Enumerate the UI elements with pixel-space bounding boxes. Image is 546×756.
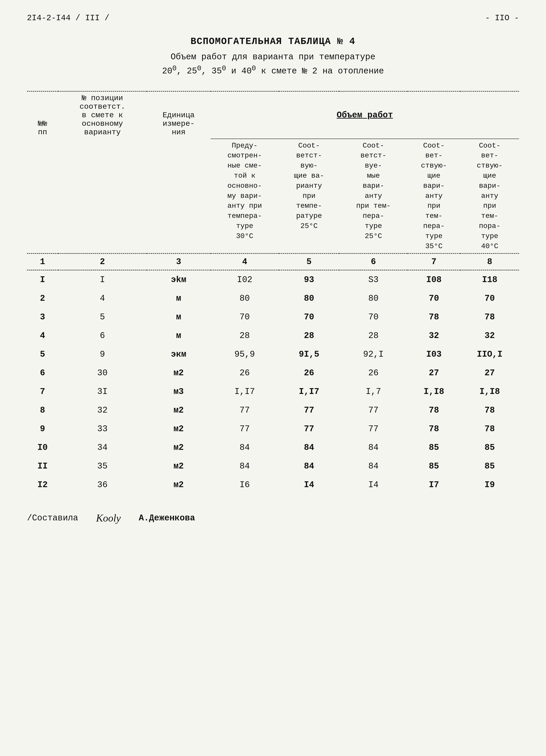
cell-r11-c7: 85 bbox=[407, 457, 460, 475]
cell-r12-c1: I2 bbox=[27, 475, 58, 494]
col3-header-top: Единицаизмере-ния bbox=[147, 91, 211, 139]
cell-r10-c1: I0 bbox=[27, 438, 58, 457]
header-row-1: №№пп № позициисоответст.в смете косновно… bbox=[27, 91, 519, 139]
cell-r8-c4: 77 bbox=[211, 401, 279, 420]
table-row: I034м28484848585 bbox=[27, 438, 519, 457]
col7-header: Сооt-вет-ствую-щиевари-антупритем-пера-т… bbox=[407, 139, 460, 254]
cell-r6-c3: м2 bbox=[147, 364, 211, 382]
cell-r3-c8: 78 bbox=[460, 308, 519, 326]
cell-r1-c5: 93 bbox=[279, 270, 339, 289]
cell-r9-c4: 77 bbox=[211, 420, 279, 438]
cell-r9-c1: 9 bbox=[27, 420, 58, 438]
cell-r2-c1: 2 bbox=[27, 289, 58, 308]
col-num-8: 8 bbox=[460, 254, 519, 270]
cell-r3-c6: 70 bbox=[339, 308, 407, 326]
table-row: 59экм95,99I,592,II03IIO,I bbox=[27, 345, 519, 364]
table-row: 73Iм3I,I7I,I7I,7I,I8I,I8 bbox=[27, 382, 519, 401]
cell-r2-c4: 80 bbox=[211, 289, 279, 308]
cell-r11-c8: 85 bbox=[460, 457, 519, 475]
cell-r11-c2: 35 bbox=[58, 457, 147, 475]
cell-r8-c3: м2 bbox=[147, 401, 211, 420]
col1-header-top: №№пп bbox=[27, 91, 58, 139]
page-header: 2I4-2-I44 / III / - IIO - bbox=[27, 13, 519, 23]
footer-signature: Kooly bbox=[96, 512, 121, 524]
cell-r5-c6: 92,I bbox=[339, 345, 407, 364]
col-num-2: 2 bbox=[58, 254, 147, 270]
cell-r4-c5: 28 bbox=[279, 326, 339, 345]
cell-r2-c7: 70 bbox=[407, 289, 460, 308]
cell-r10-c8: 85 bbox=[460, 438, 519, 457]
cell-r11-c3: м2 bbox=[147, 457, 211, 475]
cell-r8-c1: 8 bbox=[27, 401, 58, 420]
table-row: 832м27777777878 bbox=[27, 401, 519, 420]
table-row: IIэkмI0293S3I08I18 bbox=[27, 270, 519, 289]
col2-header-top: № позициисоответст.в смете косновномувар… bbox=[58, 91, 147, 139]
cell-r2-c3: м bbox=[147, 289, 211, 308]
cell-r5-c1: 5 bbox=[27, 345, 58, 364]
cell-r7-c3: м3 bbox=[147, 382, 211, 401]
cell-r10-c4: 84 bbox=[211, 438, 279, 457]
cell-r4-c8: 32 bbox=[460, 326, 519, 345]
cell-r10-c6: 84 bbox=[339, 438, 407, 457]
cell-r9-c3: м2 bbox=[147, 420, 211, 438]
cell-r8-c8: 78 bbox=[460, 401, 519, 420]
cell-r11-c5: 84 bbox=[279, 457, 339, 475]
cell-r7-c7: I,I8 bbox=[407, 382, 460, 401]
cell-r3-c7: 78 bbox=[407, 308, 460, 326]
cell-r6-c8: 27 bbox=[460, 364, 519, 382]
cell-r2-c6: 80 bbox=[339, 289, 407, 308]
cell-r8-c6: 77 bbox=[339, 401, 407, 420]
cell-r9-c2: 33 bbox=[58, 420, 147, 438]
main-table: №№пп № позициисоответст.в смете косновно… bbox=[27, 91, 519, 494]
cell-r6-c1: 6 bbox=[27, 364, 58, 382]
cell-r6-c4: 26 bbox=[211, 364, 279, 382]
table-row: I236м2I6I4I4I7I9 bbox=[27, 475, 519, 494]
col5-header: Сооt-ветст-вую-щие ва-риантупритемпе-рат… bbox=[279, 139, 339, 254]
cell-r5-c2: 9 bbox=[58, 345, 147, 364]
table-row: 630м22626262727 bbox=[27, 364, 519, 382]
cell-r1-c1: I bbox=[27, 270, 58, 289]
main-table-wrapper: №№пп № позициисоответст.в смете косновно… bbox=[27, 91, 519, 494]
cell-r1-c6: S3 bbox=[339, 270, 407, 289]
cell-r11-c6: 84 bbox=[339, 457, 407, 475]
page-number: - IIO - bbox=[485, 13, 519, 23]
table-body: IIэkмI0293S3I08I1824м808080707035м707070… bbox=[27, 270, 519, 494]
col-num-5: 5 bbox=[279, 254, 339, 270]
cell-r4-c6: 28 bbox=[339, 326, 407, 345]
cell-r11-c1: II bbox=[27, 457, 58, 475]
cell-r12-c7: I7 bbox=[407, 475, 460, 494]
table-row: II35м28484848585 bbox=[27, 457, 519, 475]
cell-r3-c4: 70 bbox=[211, 308, 279, 326]
cell-r10-c2: 34 bbox=[58, 438, 147, 457]
cell-r12-c3: м2 bbox=[147, 475, 211, 494]
table-row: 35м7070707878 bbox=[27, 308, 519, 326]
cell-r7-c4: I,I7 bbox=[211, 382, 279, 401]
cell-r1-c7: I08 bbox=[407, 270, 460, 289]
cell-r7-c1: 7 bbox=[27, 382, 58, 401]
cell-r4-c3: м bbox=[147, 326, 211, 345]
cell-r9-c8: 78 bbox=[460, 420, 519, 438]
col8-header: Сооt-вет-ствую-щиевари-антупритем-пора-т… bbox=[460, 139, 519, 254]
cell-r8-c7: 78 bbox=[407, 401, 460, 420]
header-row-2: Преду-смотрен-ные сме-той косновно-му ва… bbox=[27, 139, 519, 254]
cell-r5-c5: 9I,5 bbox=[279, 345, 339, 364]
cell-r12-c2: 36 bbox=[58, 475, 147, 494]
cell-r12-c8: I9 bbox=[460, 475, 519, 494]
cell-r8-c5: 77 bbox=[279, 401, 339, 420]
cell-r2-c8: 70 bbox=[460, 289, 519, 308]
col-number-row: 1 2 3 4 5 6 7 8 bbox=[27, 254, 519, 270]
cell-r7-c5: I,I7 bbox=[279, 382, 339, 401]
cell-r6-c5: 26 bbox=[279, 364, 339, 382]
cell-r10-c5: 84 bbox=[279, 438, 339, 457]
col-num-7: 7 bbox=[407, 254, 460, 270]
cell-r6-c6: 26 bbox=[339, 364, 407, 382]
table-row: 933м27777777878 bbox=[27, 420, 519, 438]
table-row: 24м8080807070 bbox=[27, 289, 519, 308]
obj-header-span: Объем работ bbox=[211, 91, 519, 139]
title-section: ВСПОМОГАТЕЛЬНАЯ ТАБЛИЦА № 4 Объем работ … bbox=[27, 36, 519, 77]
cell-r12-c4: I6 bbox=[211, 475, 279, 494]
cell-r9-c7: 78 bbox=[407, 420, 460, 438]
cell-r5-c4: 95,9 bbox=[211, 345, 279, 364]
cell-r7-c8: I,I8 bbox=[460, 382, 519, 401]
cell-r12-c6: I4 bbox=[339, 475, 407, 494]
